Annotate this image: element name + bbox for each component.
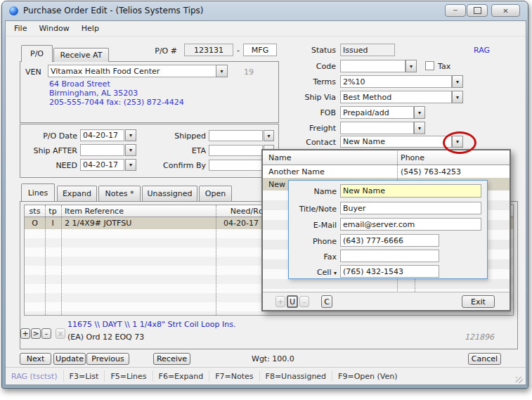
po-number-value: 123131	[194, 46, 223, 55]
phone-input[interactable]: (643) 777-6666	[340, 234, 439, 247]
freight-field[interactable]	[340, 122, 414, 134]
menu-file[interactable]: File	[9, 22, 34, 36]
tab-expand[interactable]: Expand	[57, 186, 97, 201]
minimize-button[interactable]: ─	[445, 4, 466, 17]
contact-remove-button[interactable]: -	[299, 296, 309, 307]
need-dropdown-button[interactable]: ▾	[125, 159, 136, 171]
vendor-name: Vitamax Health Food Center	[51, 67, 160, 76]
contact-row-phone: (545) 763-4253	[401, 167, 461, 176]
chevron-down-icon: ▾	[334, 270, 337, 276]
fob-field[interactable]: Prepaid/add	[340, 106, 414, 119]
minus-icon: -	[45, 329, 48, 338]
window-title: Purchase Order Edit - (Telios Systems Ti…	[23, 6, 204, 15]
terms-dropdown-button[interactable]: ▾	[452, 75, 463, 88]
shipped-dropdown-button[interactable]: ▾	[264, 130, 274, 141]
code-field[interactable]	[340, 60, 406, 72]
contact-update-button[interactable]: U	[287, 295, 298, 308]
chevron-down-icon: ▾	[129, 147, 132, 153]
vendor-dropdown-button[interactable]: ▾	[216, 65, 228, 77]
ship-via-field[interactable]: Best Method	[340, 91, 452, 103]
statusbar-key-f7: F7=Notes	[209, 370, 259, 382]
need-field[interactable]: 04-20-17	[80, 159, 124, 171]
title-note-input[interactable]: Buyer	[340, 202, 481, 214]
email-label: E-Mail	[274, 221, 337, 230]
contact-row-name: Another Name	[268, 167, 325, 176]
po-date-dropdown-button[interactable]: ▾	[125, 129, 136, 141]
exit-button[interactable]: Exit	[462, 295, 495, 308]
contact-copy-button[interactable]: C	[321, 295, 332, 308]
line-remove-button[interactable]: -	[41, 328, 51, 339]
po-date-field[interactable]: 04-20-17	[80, 129, 124, 141]
statusbar-user: RAG (tsctst)	[6, 370, 64, 382]
cell-input[interactable]: (765) 432-1543	[340, 265, 439, 278]
contact-name-input[interactable]: New Name	[340, 184, 481, 198]
shipped-field[interactable]	[209, 130, 263, 141]
fax-input[interactable]	[340, 250, 439, 262]
tax-checkbox[interactable]	[425, 61, 434, 70]
po-number-field[interactable]: 123131	[184, 44, 233, 56]
tab-expand-label: Expand	[63, 189, 91, 198]
chevron-down-icon: ▾	[129, 162, 132, 168]
line-add-button[interactable]: +	[20, 328, 30, 339]
code-dropdown-button[interactable]: ▾	[406, 60, 417, 72]
chevron-down-icon: ▾	[456, 94, 459, 101]
tab-po[interactable]: P/O	[21, 45, 53, 62]
title-note-label: Title/Note	[274, 205, 337, 214]
need-value: 04-20-17	[83, 160, 118, 169]
tab-notes[interactable]: Notes *	[98, 186, 141, 201]
minimize-icon: ─	[453, 7, 457, 14]
update-button[interactable]: Update	[53, 353, 86, 365]
next-button[interactable]: Next	[20, 353, 51, 365]
eta-field[interactable]	[209, 145, 263, 156]
vendor-address-line1: 64 Broad Street	[49, 79, 110, 89]
tab-open[interactable]: Open	[199, 186, 232, 201]
cancel-button[interactable]: Cancel	[468, 353, 501, 365]
menu-window[interactable]: Window	[34, 22, 76, 36]
status-value: Issued	[343, 46, 368, 55]
update-button-label: Update	[56, 354, 84, 363]
chevron-down-icon: ▾	[418, 125, 421, 131]
ship-after-dropdown-button[interactable]: ▾	[125, 144, 136, 156]
column-divider	[45, 205, 46, 315]
tab-unassigned[interactable]: Unassigned	[142, 186, 197, 201]
close-button[interactable]: ✕	[491, 4, 520, 17]
email-input[interactable]: email@server.com	[340, 218, 481, 231]
menu-help[interactable]: Help	[77, 22, 106, 36]
contact-add-button[interactable]: +	[275, 296, 285, 307]
col-item-reference: Item Reference	[65, 207, 124, 216]
maximize-button[interactable]	[467, 4, 488, 17]
tab-receive-at[interactable]: Receive AT	[53, 48, 109, 62]
tab-notes-label: Notes *	[105, 189, 134, 198]
resize-grip-icon[interactable]	[516, 377, 523, 383]
statusbar-key-f5: F5=Lines	[105, 370, 153, 382]
exit-button-label: Exit	[471, 297, 486, 307]
chevron-down-icon: ▾	[220, 68, 223, 75]
tab-lines[interactable]: Lines	[21, 183, 55, 201]
rag-link[interactable]: RAG	[474, 46, 490, 55]
tab-receive-at-label: Receive AT	[60, 51, 103, 60]
ship-via-label: Ship Via	[274, 93, 336, 102]
statusbar-key-f8: F8=Unassigned	[260, 370, 333, 382]
fob-dropdown-button[interactable]: ▾	[414, 106, 425, 119]
freight-dropdown-button[interactable]: ▾	[414, 122, 425, 134]
cell-label[interactable]: Cell ▾	[274, 268, 337, 277]
plus-icon: +	[277, 297, 283, 307]
line-delete-button[interactable]: x	[56, 328, 65, 339]
ship-after-field[interactable]	[80, 144, 124, 156]
receive-button[interactable]: Receive	[153, 353, 190, 365]
popup-col-name: Name	[268, 153, 291, 162]
po-suffix-field[interactable]: MFG	[243, 44, 277, 56]
tab-lines-label: Lines	[28, 188, 48, 198]
contact-field[interactable]: New Name	[340, 136, 452, 148]
ship-via-dropdown-button[interactable]: ▾	[452, 91, 463, 103]
tax-label: Tax	[438, 62, 450, 71]
c-icon: C	[324, 297, 330, 307]
vendor-combobox[interactable]: Vitamax Health Food Center	[48, 65, 216, 77]
previous-button[interactable]: Previous	[86, 353, 129, 365]
statusbar-key-f6: F6=Expand	[153, 370, 210, 382]
ship-after-label: Ship AFTER	[20, 146, 77, 155]
po-suffix-value: MFG	[252, 46, 268, 55]
terms-field[interactable]: 2%10	[340, 75, 452, 88]
line-next-button[interactable]: >	[31, 328, 41, 339]
confirm-by-field[interactable]	[209, 160, 263, 171]
